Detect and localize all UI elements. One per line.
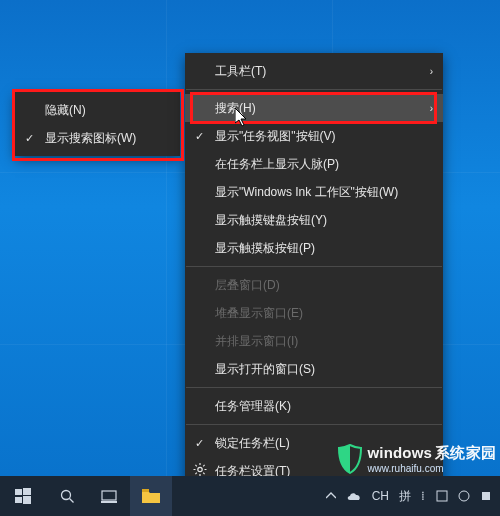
svg-rect-20 (482, 492, 490, 500)
tray-chevron-up[interactable] (326, 492, 336, 500)
menu-item-label: 锁定任务栏(L) (215, 435, 290, 452)
watermark: windows 系统家园 www.ruhaifu.com (337, 444, 496, 474)
taskbar-context-menu[interactable]: 工具栏(T)›搜索(H)›✓显示"任务视图"按钮(V)在任务栏上显示人脉(P)显… (185, 53, 443, 489)
menu-item-label: 在任务栏上显示人脉(P) (215, 156, 339, 173)
menu-item-1-2[interactable]: 在任务栏上显示人脉(P) (185, 150, 443, 178)
svg-rect-18 (437, 491, 447, 501)
svg-point-13 (61, 490, 70, 499)
menu-item-2-3[interactable]: 显示打开的窗口(S) (185, 355, 443, 383)
ime-options[interactable]: ⁞ (421, 489, 426, 503)
start-button[interactable] (0, 476, 46, 516)
svg-rect-15 (102, 491, 116, 500)
taskbar-search-button[interactable] (46, 476, 88, 516)
ime-mode[interactable]: 拼 (399, 488, 411, 505)
watermark-url: www.ruhaifu.com (367, 463, 496, 474)
folder-icon (142, 489, 160, 503)
chevron-up-icon (326, 492, 336, 500)
svg-rect-10 (23, 488, 31, 495)
tray-generic-icon (480, 490, 492, 502)
menu-item-2-1: 堆叠显示窗口(E) (185, 299, 443, 327)
submenu-item-label: 隐藏(N) (45, 102, 86, 119)
cloud-icon (346, 491, 362, 502)
watermark-brand: windows (367, 444, 432, 461)
menu-separator (186, 424, 442, 425)
menu-item-label: 显示打开的窗口(S) (215, 361, 315, 378)
check-icon: ✓ (195, 437, 204, 450)
task-view-icon (101, 489, 117, 503)
menu-item-0-0[interactable]: 工具栏(T)› (185, 57, 443, 85)
menu-item-label: 并排显示窗口(I) (215, 333, 298, 350)
submenu-item-0[interactable]: 隐藏(N) (15, 96, 180, 124)
watermark-sub: 系统家园 (435, 444, 496, 461)
taskbar[interactable]: CH 拼 ⁞ (0, 476, 500, 516)
menu-item-label: 显示触摸板按钮(P) (215, 240, 315, 257)
shield-icon (337, 444, 363, 474)
svg-line-7 (203, 465, 204, 466)
submenu-item-label: 显示搜索图标(W) (45, 130, 136, 147)
submenu-item-1[interactable]: ✓显示搜索图标(W) (15, 124, 180, 152)
check-icon: ✓ (195, 130, 204, 143)
task-view-button[interactable] (88, 476, 130, 516)
menu-item-label: 搜索(H) (215, 100, 256, 117)
menu-item-1-5[interactable]: 显示触摸板按钮(P) (185, 234, 443, 262)
menu-separator (186, 89, 442, 90)
menu-item-2-0: 层叠窗口(D) (185, 271, 443, 299)
menu-item-label: 工具栏(T) (215, 63, 266, 80)
menu-separator (186, 266, 442, 267)
chevron-right-icon: › (430, 66, 433, 77)
menu-item-1-0[interactable]: 搜索(H)› (185, 94, 443, 122)
menu-item-label: 显示触摸键盘按钮(Y) (215, 212, 327, 229)
tray-item-3[interactable] (480, 490, 492, 502)
tray-onedrive[interactable] (346, 491, 362, 502)
menu-item-1-1[interactable]: ✓显示"任务视图"按钮(V) (185, 122, 443, 150)
svg-rect-17 (142, 489, 149, 492)
menu-item-3-0[interactable]: 任务管理器(K) (185, 392, 443, 420)
ime-language[interactable]: CH (372, 489, 389, 503)
windows-logo-icon (15, 488, 31, 504)
check-icon: ✓ (25, 132, 34, 145)
svg-line-6 (203, 473, 204, 474)
menu-item-1-4[interactable]: 显示触摸键盘按钮(Y) (185, 206, 443, 234)
menu-item-2-2: 并排显示窗口(I) (185, 327, 443, 355)
tray-item-1[interactable] (436, 490, 448, 502)
svg-line-5 (195, 465, 196, 466)
svg-rect-11 (15, 497, 22, 503)
taskbar-app-explorer[interactable] (130, 476, 172, 516)
menu-item-label: 层叠窗口(D) (215, 277, 280, 294)
menu-item-label: 显示"任务视图"按钮(V) (215, 128, 336, 145)
svg-point-0 (198, 467, 202, 471)
svg-rect-9 (15, 489, 22, 495)
tray-generic-icon (458, 490, 470, 502)
menu-item-1-3[interactable]: 显示"Windows Ink 工作区"按钮(W) (185, 178, 443, 206)
search-submenu[interactable]: 隐藏(N)✓显示搜索图标(W) (15, 92, 180, 156)
menu-separator (186, 387, 442, 388)
chevron-right-icon: › (430, 103, 433, 114)
menu-item-label: 堆叠显示窗口(E) (215, 305, 303, 322)
tray-item-2[interactable] (458, 490, 470, 502)
svg-rect-12 (23, 496, 31, 504)
menu-item-label: 显示"Windows Ink 工作区"按钮(W) (215, 184, 398, 201)
menu-item-label: 任务管理器(K) (215, 398, 291, 415)
svg-point-19 (459, 491, 469, 501)
tray-generic-icon (436, 490, 448, 502)
svg-rect-16 (101, 501, 117, 503)
search-icon (60, 489, 75, 504)
svg-line-14 (69, 498, 73, 502)
svg-line-8 (195, 473, 196, 474)
